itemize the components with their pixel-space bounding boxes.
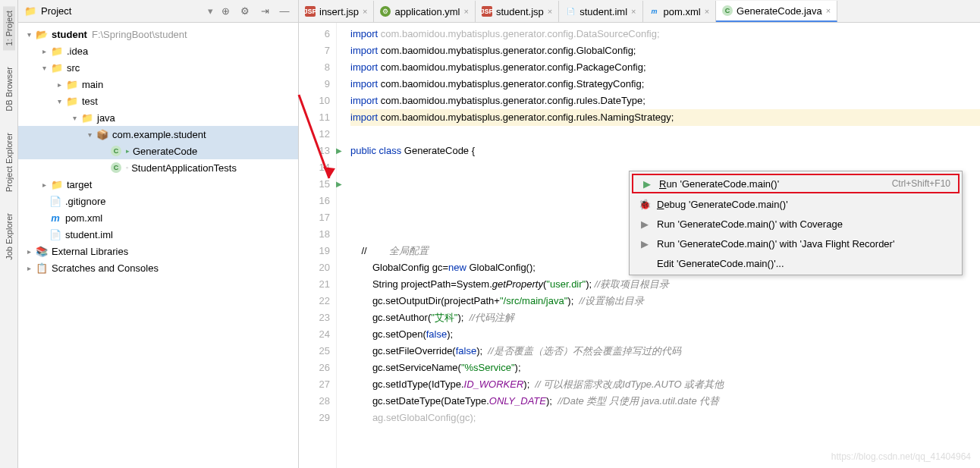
locate-icon[interactable]: ⊕ [218, 4, 233, 19]
tree-idea[interactable]: ▸📁.idea [18, 42, 298, 59]
hide-icon[interactable]: — [277, 4, 292, 19]
line-number: 14 [299, 159, 330, 176]
tree-main[interactable]: ▸📁main [18, 76, 298, 93]
run-gutter-icon[interactable]: ▶ [336, 176, 342, 193]
project-panel: 📁 Project ▾ ⊕ ⚙ ⇥ — ▾📂studentF:\SpringBo… [18, 0, 299, 468]
tree-test[interactable]: ▾📁test [18, 93, 298, 109]
editor-tabs: JSPinsert.jsp×⚙application.yml×JSPstuden… [299, 0, 980, 23]
code-line[interactable]: String projectPath=System.getProperty("u… [350, 276, 980, 293]
close-icon[interactable]: × [363, 7, 367, 16]
collapse-icon[interactable]: ⇥ [257, 4, 272, 19]
line-number: 26 [299, 360, 330, 376]
job-explorer-tab[interactable]: Job Explorer [3, 209, 15, 265]
context-menu: ▶Run 'GenerateCode.main()'Ctrl+Shift+F10… [629, 171, 963, 275]
line-number: 27 [299, 376, 330, 393]
line-number: 24 [299, 326, 330, 343]
tree-iml[interactable]: 📄student.iml [18, 226, 298, 243]
project-tree: ▾📂studentF:\SpringBoot\student ▸📁.idea ▾… [18, 23, 298, 468]
code-line[interactable]: import com.baomidou.mybatisplus.generato… [350, 109, 980, 126]
tab-student.jsp[interactable]: JSPstudent.jsp× [476, 1, 559, 22]
code-line[interactable]: import com.baomidou.mybatisplus.generato… [350, 76, 980, 93]
code-line[interactable]: gc.setServiceName("%sService"); [350, 360, 980, 376]
code-line[interactable]: gc.setOutputDir(projectPath+"/src/main/j… [350, 293, 980, 309]
tree-gen[interactable]: C▸GenerateCode [18, 143, 298, 159]
code-line[interactable]: gc.setDateType(DateType.ONLY_DATE); //Da… [350, 393, 980, 410]
gutter: 678910111213▶1415▶1617181920212223242526… [299, 23, 337, 468]
line-number: 8 [299, 59, 330, 76]
tree-root[interactable]: ▾📂studentF:\SpringBoot\student [18, 26, 298, 42]
close-icon[interactable]: × [826, 6, 831, 15]
run-icon: ▶ [643, 178, 651, 190]
tab-application.yml[interactable]: ⚙application.yml× [374, 1, 475, 22]
editor-area: JSPinsert.jsp×⚙application.yml×JSPstuden… [299, 0, 980, 468]
tab-GenerateCode.java[interactable]: CGenerateCode.java× [716, 1, 837, 22]
code-line[interactable]: import com.baomidou.mybatisplus.generato… [350, 26, 980, 42]
line-number: 19 [299, 243, 330, 259]
line-number: 12 [299, 126, 330, 143]
line-number: 20 [299, 259, 330, 276]
tree-src[interactable]: ▾📁src [18, 59, 298, 76]
tool-window-bar: 1: Project DB Browser Project Explorer J… [0, 0, 18, 468]
line-number: 15▶ [299, 176, 330, 193]
code-line[interactable]: public class GenerateCode { [350, 143, 980, 159]
tree-pom[interactable]: mpom.xml [18, 209, 298, 226]
code-line[interactable]: import com.baomidou.mybatisplus.generato… [350, 93, 980, 109]
line-number: 25 [299, 343, 330, 360]
line-number: 6 [299, 26, 330, 42]
close-icon[interactable]: × [631, 7, 636, 16]
project-tool-tab[interactable]: 1: Project [3, 6, 15, 50]
tree-lib[interactable]: ▸📚External Libraries [18, 243, 298, 259]
project-explorer-tab[interactable]: Project Explorer [3, 128, 15, 196]
run-gutter-icon[interactable]: ▶ [336, 143, 342, 159]
tree-scratch[interactable]: ▸📋Scratches and Consoles [18, 259, 298, 276]
code-line[interactable]: ag.setGlobalConfig(gc); [350, 410, 980, 426]
close-icon[interactable]: × [705, 7, 709, 16]
line-number: 11 [299, 109, 330, 126]
ctx-jfr[interactable]: ▶Run 'GenerateCode.main()' with 'Java Fl… [631, 234, 960, 253]
ctx-edit[interactable]: Edit 'GenerateCode.main()'... [631, 253, 960, 273]
code-line[interactable]: gc.setOpen(false); [350, 326, 980, 343]
project-icon: 📁 [24, 5, 36, 17]
debug-icon: 🐞 [639, 199, 651, 210]
code-line[interactable] [350, 126, 980, 143]
ctx-cov[interactable]: ▶Run 'GenerateCode.main()' with Coverage [631, 214, 960, 234]
db-browser-tab[interactable]: DB Browser [3, 62, 15, 116]
gear-icon[interactable]: ⚙ [237, 4, 253, 19]
close-icon[interactable]: × [548, 7, 552, 16]
tree-sat[interactable]: C◦StudentApplicationTests [18, 159, 298, 176]
line-number: 17 [299, 209, 330, 226]
panel-title: Project [41, 5, 203, 17]
tree-java[interactable]: ▾📁java [18, 109, 298, 126]
code-line[interactable]: gc.setAuthor("艾科"); //代码注解 [350, 309, 980, 326]
line-number: 16 [299, 193, 330, 209]
line-number: 21 [299, 276, 330, 293]
line-number: 13▶ [299, 143, 330, 159]
tree-pkg[interactable]: ▾📦com.example.student [18, 126, 298, 143]
tree-gitignore[interactable]: 📄.gitignore [18, 193, 298, 209]
coverage-icon: ▶ [641, 218, 649, 230]
tab-student.iml[interactable]: 📄student.iml× [559, 1, 642, 22]
line-number: 23 [299, 309, 330, 326]
ctx-run[interactable]: ▶Run 'GenerateCode.main()'Ctrl+Shift+F10 [632, 174, 960, 193]
line-number: 28 [299, 393, 330, 410]
jfr-icon: ▶ [641, 238, 649, 250]
line-number: 7 [299, 42, 330, 59]
code-line[interactable]: gc.setIdType(IdType.ID_WORKER); // 可以根据需… [350, 376, 980, 393]
code-line[interactable]: import com.baomidou.mybatisplus.generato… [350, 42, 980, 59]
line-number: 18 [299, 226, 330, 243]
close-icon[interactable]: × [463, 7, 468, 16]
project-header: 📁 Project ▾ ⊕ ⚙ ⇥ — [18, 0, 298, 23]
line-number: 9 [299, 76, 330, 93]
tab-insert.jsp[interactable]: JSPinsert.jsp× [299, 1, 374, 22]
line-number: 10 [299, 93, 330, 109]
line-number: 29 [299, 410, 330, 426]
line-number: 22 [299, 293, 330, 309]
code-line[interactable]: import com.baomidou.mybatisplus.generato… [350, 59, 980, 76]
tree-target[interactable]: ▸📁target [18, 176, 298, 193]
code-line[interactable]: gc.setFileOverride(false); //是否覆盖（选否）不然会… [350, 343, 980, 360]
watermark: https://blog.csdn.net/qq_41404964 [831, 451, 971, 462]
tab-pom.xml[interactable]: mpom.xml× [643, 1, 717, 22]
ctx-debug[interactable]: 🐞Debug 'GenerateCode.main()' [631, 194, 960, 214]
